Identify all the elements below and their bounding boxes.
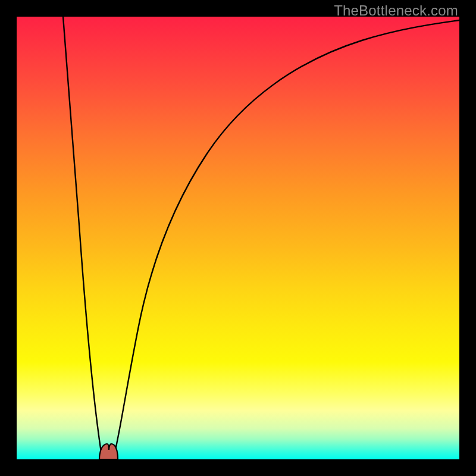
curve-layer — [17, 17, 459, 459]
curve-left-branch — [63, 17, 101, 452]
plot-area — [17, 17, 459, 459]
dip-bump — [99, 444, 118, 459]
chart-frame: TheBottleneck.com — [0, 0, 476, 476]
curve-right-branch — [115, 20, 459, 452]
